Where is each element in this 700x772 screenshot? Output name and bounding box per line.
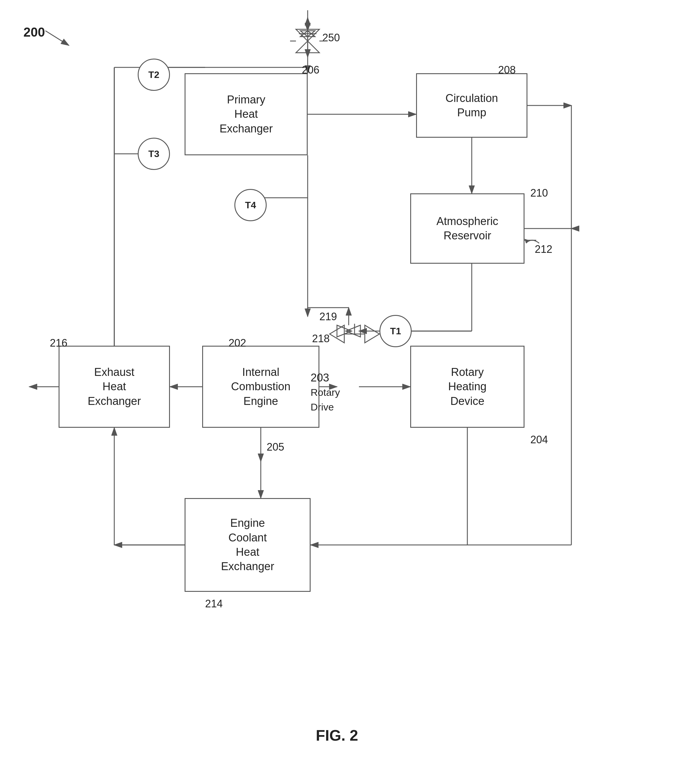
rotary-drive-label: 203 RotaryDrive [311, 371, 340, 414]
engine-coolant-heat-exchanger-label: EngineCoolantHeatExchanger [221, 516, 274, 574]
ref-212-arrow [523, 234, 541, 252]
figure-number: FIG. 2 [316, 727, 358, 744]
rotary-heating-device-box: RotaryHeatingDevice [410, 346, 525, 428]
t2-sensor: T2 [138, 59, 170, 91]
t4-label: T4 [245, 200, 256, 211]
atmospheric-reservoir-box: AtmosphericReservoir [410, 193, 525, 264]
rotary-heating-device-label: RotaryHeatingDevice [448, 365, 487, 409]
ref-204: 204 [530, 433, 548, 446]
ref-208: 208 [498, 64, 516, 76]
ref-206: 206 [302, 64, 319, 76]
ref-200-label: 200 [23, 25, 45, 39]
t2-label: T2 [148, 69, 159, 80]
ref-202: 202 [229, 337, 246, 349]
t3-sensor: T3 [138, 138, 170, 170]
exhaust-heat-exchanger-box: ExhaustHeatExchanger [59, 346, 170, 428]
ref-200-arrow [43, 28, 78, 51]
ref-216: 216 [50, 337, 67, 349]
t3-label: T3 [148, 149, 159, 159]
atmospheric-reservoir-label: AtmosphericReservoir [436, 214, 498, 243]
t1-label: T1 [390, 326, 401, 337]
figure-label: FIG. 2 [278, 726, 396, 744]
diagram-container: 200 PrimaryHeatExchanger CirculationPump… [0, 0, 700, 772]
three-way-valve-svg [328, 319, 381, 348]
primary-heat-exchanger-label: PrimaryHeatExchanger [219, 93, 273, 136]
expansion-valve-svg [290, 28, 325, 63]
svg-marker-55 [296, 41, 319, 53]
ref-214: 214 [205, 598, 223, 610]
svg-line-52 [46, 31, 69, 46]
t4-sensor: T4 [234, 189, 267, 221]
ref-218: 218 [312, 332, 330, 345]
svg-marker-59 [365, 325, 379, 343]
exhaust-heat-exchanger-label: ExhaustHeatExchanger [88, 365, 141, 409]
t1-sensor: T1 [379, 315, 412, 347]
internal-combustion-engine-box: InternalCombustionEngine [202, 346, 319, 428]
circulation-pump-box: CirculationPump [416, 73, 527, 138]
internal-combustion-engine-label: InternalCombustionEngine [231, 365, 291, 409]
svg-marker-58 [330, 325, 344, 343]
ref-210: 210 [530, 187, 548, 199]
circulation-pump-label: CirculationPump [445, 91, 498, 120]
ref-205: 205 [267, 441, 284, 453]
engine-coolant-heat-exchanger-box: EngineCoolantHeatExchanger [185, 498, 311, 592]
primary-heat-exchanger-box: PrimaryHeatExchanger [185, 73, 307, 155]
svg-marker-54 [296, 29, 319, 41]
